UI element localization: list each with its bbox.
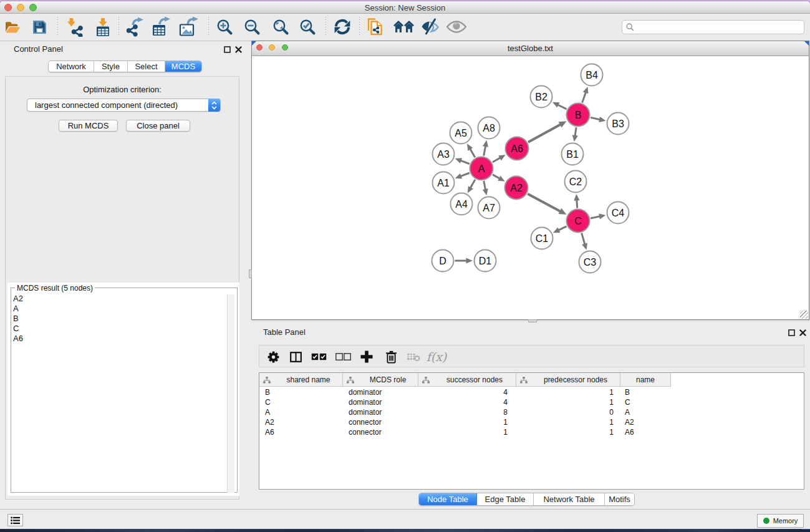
import-network-icon[interactable] bbox=[64, 16, 86, 37]
edge-A-A4[interactable] bbox=[468, 180, 475, 193]
edge-A-A8[interactable] bbox=[483, 140, 488, 156]
edge-D-D1[interactable] bbox=[455, 258, 473, 263]
refresh-icon[interactable] bbox=[331, 16, 354, 37]
edge-A-A6[interactable] bbox=[493, 155, 506, 162]
float-table-panel-icon[interactable] bbox=[787, 328, 796, 337]
node-C1[interactable]: C1 bbox=[531, 228, 553, 249]
deselect-all-icon[interactable] bbox=[334, 348, 352, 365]
edge-B-B4[interactable] bbox=[582, 87, 589, 103]
edge-B-B2[interactable] bbox=[552, 102, 567, 109]
node-A4[interactable]: A4 bbox=[451, 193, 473, 215]
column-header-MCDS-role[interactable]: MCDS role bbox=[343, 373, 418, 387]
close-panel-button[interactable]: Close panel bbox=[126, 120, 190, 132]
edge-A2-C[interactable] bbox=[528, 194, 566, 215]
clone-network-icon[interactable] bbox=[364, 16, 387, 37]
result-item[interactable]: C bbox=[13, 324, 23, 334]
column-header-predecessor-nodes[interactable]: predecessor nodes bbox=[516, 373, 620, 387]
node-table[interactable]: shared nameMCDS rolesuccessor nodesprede… bbox=[259, 372, 804, 490]
result-item[interactable]: A2 bbox=[13, 294, 23, 304]
node-C4[interactable]: C4 bbox=[607, 202, 629, 224]
zoom-selected-icon[interactable] bbox=[296, 16, 319, 37]
edge-A-A3[interactable] bbox=[455, 158, 470, 163]
node-B[interactable]: B bbox=[567, 104, 590, 127]
edge-B-B1[interactable] bbox=[572, 127, 578, 142]
export-table-icon[interactable] bbox=[150, 16, 173, 37]
export-image-icon[interactable] bbox=[178, 16, 200, 37]
delete-column-icon[interactable] bbox=[405, 348, 422, 365]
node-D1[interactable]: D1 bbox=[475, 250, 496, 272]
node-B1[interactable]: B1 bbox=[562, 143, 584, 165]
run-mcds-button[interactable]: Run MCDS bbox=[59, 120, 118, 132]
import-table-icon[interactable] bbox=[92, 16, 114, 37]
tab-select[interactable]: Select bbox=[128, 61, 165, 72]
node-A6[interactable]: A6 bbox=[506, 137, 529, 160]
node-A3[interactable]: A3 bbox=[433, 143, 455, 165]
float-panel-icon[interactable] bbox=[223, 45, 231, 54]
memory-button[interactable]: Memory bbox=[757, 514, 804, 528]
node-B4[interactable]: B4 bbox=[581, 64, 603, 86]
result-item[interactable]: A bbox=[13, 304, 23, 314]
column-header-shared-name[interactable]: shared name bbox=[259, 373, 343, 387]
node-C[interactable]: C bbox=[567, 210, 590, 233]
edge-C-C4[interactable] bbox=[591, 214, 605, 220]
tab-node-table[interactable]: Node Table bbox=[419, 493, 477, 505]
zoom-in-icon[interactable] bbox=[213, 16, 236, 37]
node-A8[interactable]: A8 bbox=[478, 117, 500, 139]
node-B3[interactable]: B3 bbox=[607, 113, 629, 135]
zoom-fit-icon[interactable] bbox=[269, 16, 292, 37]
node-C3[interactable]: C3 bbox=[579, 251, 601, 273]
result-item[interactable]: A6 bbox=[13, 334, 23, 344]
result-item[interactable]: B bbox=[13, 314, 23, 324]
node-D[interactable]: D bbox=[432, 250, 454, 272]
tab-edge-table[interactable]: Edge Table bbox=[477, 493, 534, 505]
app-titlebar[interactable]: Session: New Session bbox=[0, 1, 810, 14]
delete-row-icon[interactable] bbox=[382, 348, 400, 365]
first-neighbors-icon[interactable] bbox=[393, 16, 415, 37]
cell-successor-nodes: 1 bbox=[418, 417, 516, 427]
task-history-icon[interactable] bbox=[7, 514, 23, 526]
show-all-icon[interactable] bbox=[445, 16, 468, 37]
node-A2[interactable]: A2 bbox=[505, 177, 528, 200]
edge-C-C1[interactable] bbox=[553, 226, 567, 233]
tab-network-table[interactable]: Network Table bbox=[534, 493, 605, 505]
tab-network[interactable]: Network bbox=[49, 61, 94, 72]
criterion-select[interactable]: largest connected component (directed) bbox=[27, 99, 221, 112]
resize-grip-icon[interactable] bbox=[800, 311, 808, 319]
node-A1[interactable]: A1 bbox=[433, 172, 455, 194]
result-scrollbar[interactable] bbox=[227, 294, 234, 493]
splitter-handle[interactable] bbox=[249, 269, 252, 278]
node-A7[interactable]: A7 bbox=[478, 197, 500, 219]
edge-A6-B[interactable] bbox=[528, 121, 567, 142]
edge-C-C3[interactable] bbox=[582, 233, 587, 250]
search-input[interactable] bbox=[637, 22, 804, 33]
open-file-icon[interactable] bbox=[1, 16, 24, 37]
node-C2[interactable]: C2 bbox=[565, 171, 587, 193]
column-header-name[interactable]: name bbox=[620, 373, 671, 387]
node-A5[interactable]: A5 bbox=[450, 122, 472, 144]
tab-style[interactable]: Style bbox=[94, 61, 128, 72]
node-A[interactable]: A bbox=[470, 157, 493, 180]
select-all-icon[interactable] bbox=[310, 348, 327, 365]
edge-A-A7[interactable] bbox=[483, 181, 488, 195]
hide-selected-icon[interactable] bbox=[419, 16, 441, 37]
node-B2[interactable]: B2 bbox=[531, 86, 552, 108]
add-row-icon[interactable] bbox=[358, 348, 375, 365]
column-header-successor-nodes[interactable]: successor nodes bbox=[418, 373, 516, 387]
edge-B-B3[interactable] bbox=[591, 117, 605, 122]
tab-mcds[interactable]: MCDS bbox=[165, 61, 201, 72]
tab-motifs[interactable]: Motifs bbox=[605, 493, 634, 505]
gear-icon[interactable] bbox=[264, 348, 282, 365]
split-column-icon[interactable] bbox=[287, 348, 304, 365]
edge-A-A2[interactable] bbox=[493, 175, 505, 181]
network-canvas[interactable]: AA1A2A3A4A5A6A7A8BB1B2B3B4CC1C2C3C4DD1 bbox=[252, 56, 808, 319]
close-table-panel-icon[interactable] bbox=[798, 328, 807, 337]
edge-C-C2[interactable] bbox=[574, 194, 579, 208]
function-builder-icon[interactable]: f(x) bbox=[425, 348, 448, 365]
edge-A-A5[interactable] bbox=[467, 143, 475, 157]
zoom-out-icon[interactable] bbox=[241, 16, 263, 37]
save-session-icon[interactable] bbox=[28, 16, 51, 37]
edge-A-A1[interactable] bbox=[455, 173, 470, 178]
close-panel-icon[interactable] bbox=[234, 45, 243, 54]
export-network-icon[interactable] bbox=[125, 16, 147, 37]
network-window-titlebar[interactable]: testGlobe.txt bbox=[252, 41, 809, 56]
